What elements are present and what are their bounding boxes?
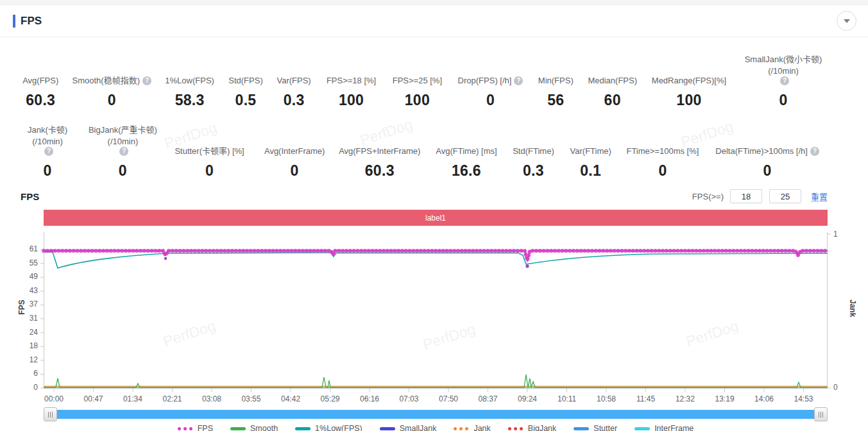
stat-label: Var(FTime) bbox=[570, 146, 611, 157]
stat-label: 1%Low(FPS) bbox=[165, 75, 214, 87]
legend-label: BigJank bbox=[528, 424, 556, 431]
stat-smalljank: SmallJank(微小卡顿) (/10min)?0 bbox=[737, 54, 830, 109]
chevron-down-icon bbox=[844, 19, 850, 23]
x-tick: 08:37 bbox=[478, 394, 497, 403]
grip-icon bbox=[821, 412, 821, 418]
chart-range-scrollbar[interactable] bbox=[44, 407, 828, 421]
y-tick: 61 bbox=[30, 244, 38, 253]
stat-label: Median(FPS) bbox=[588, 75, 637, 87]
legend-item-jank[interactable]: Jank bbox=[454, 424, 490, 431]
fps-threshold-label: FPS(>=) bbox=[692, 192, 724, 201]
stat-value: 0.3 bbox=[284, 92, 305, 109]
y-axis-title-right: Jank bbox=[848, 300, 857, 317]
y-tick: 37 bbox=[30, 300, 38, 308]
stat-smooth: Smooth(稳帧指数)?0 bbox=[69, 63, 154, 109]
stat-label: Min(FPS) bbox=[538, 75, 574, 87]
x-tick: 00:47 bbox=[83, 394, 103, 403]
x-tick: 14:53 bbox=[794, 394, 813, 403]
scrollbar-handle-right[interactable] bbox=[814, 407, 828, 421]
legend-item-fps[interactable]: FPS bbox=[178, 424, 213, 431]
stat-value: 100 bbox=[405, 92, 430, 109]
stat-avg-fps: Avg(FPS)?60.3 bbox=[12, 63, 69, 109]
legend-marker-icon bbox=[508, 427, 523, 430]
legend-item-stutter[interactable]: Stutter bbox=[574, 424, 617, 431]
legend-item-bigjank[interactable]: BigJank bbox=[508, 424, 556, 431]
stat-std-fps: Std(FPS)?0.5 bbox=[225, 63, 266, 109]
x-tick: 07:50 bbox=[439, 394, 458, 403]
help-icon[interactable]: ? bbox=[44, 147, 53, 156]
chart-legend: FPS Smooth 1%Low(FPS) SmallJank Jank Big… bbox=[44, 424, 828, 431]
x-tick: 10:11 bbox=[557, 394, 576, 403]
legend-label: Jank bbox=[473, 424, 490, 431]
legend-label: Smooth bbox=[250, 424, 278, 431]
fps-threshold-input-1[interactable] bbox=[730, 189, 762, 203]
stat-min-fps: Min(FPS)?56 bbox=[527, 63, 584, 109]
chart-toolbar: FPS FPS(>=) 重置 bbox=[0, 187, 868, 205]
legend-item-smalljank[interactable]: SmallJank bbox=[380, 424, 437, 431]
stat-value: 56 bbox=[547, 92, 564, 109]
help-icon[interactable]: ? bbox=[514, 76, 523, 85]
stat-fps-ge-25: FPS>=25 [%]?100 bbox=[381, 63, 454, 109]
collapse-panel-button[interactable] bbox=[837, 11, 856, 31]
stat-std-ftime: Std(FTime)?0.3 bbox=[506, 133, 561, 180]
stat-label: MedRange(FPS)[%] bbox=[652, 75, 726, 87]
y-tick: 49 bbox=[30, 272, 38, 281]
stat-value: 0 bbox=[291, 162, 299, 180]
stat-value: 0 bbox=[486, 92, 495, 109]
stat-label: Avg(InterFrame) bbox=[264, 146, 325, 157]
stat-value: 60 bbox=[604, 92, 621, 109]
stat-ftime-ge-100ms: FTime>=100ms [%]?0 bbox=[620, 133, 706, 180]
legend-label: SmallJank bbox=[400, 424, 437, 431]
legend-item-smooth[interactable]: Smooth bbox=[230, 424, 278, 431]
y-tick: 18 bbox=[30, 341, 38, 350]
stat-value: 0 bbox=[763, 162, 772, 180]
x-tick: 09:24 bbox=[518, 394, 537, 403]
accent-bar bbox=[13, 15, 15, 28]
stat-value: 0 bbox=[108, 92, 116, 109]
scrollbar-handle-left[interactable] bbox=[44, 407, 57, 421]
legend-marker-icon bbox=[178, 427, 193, 430]
stat-value: 60.3 bbox=[365, 162, 395, 180]
x-tick: 11:45 bbox=[636, 394, 655, 403]
stat-drop-fps: Drop(FPS) [/h]?0 bbox=[454, 63, 527, 109]
fps-threshold-input-2[interactable] bbox=[769, 189, 801, 203]
legend-item-interframe[interactable]: InterFrame bbox=[634, 424, 694, 431]
y-tick: 6 bbox=[33, 369, 38, 378]
stat-bigjank: BigJank(严重卡顿) (/10min)?0 bbox=[83, 124, 162, 180]
stat-value: 100 bbox=[676, 92, 701, 109]
label-banner: label1 bbox=[44, 210, 828, 226]
stat-value: 0 bbox=[205, 162, 214, 180]
y-axis-title-left: FPS bbox=[17, 300, 26, 315]
stat-label: Drop(FPS) [/h] bbox=[458, 75, 512, 87]
stat-delta-ftime: Delta(FTime)>100ms [/h]?0 bbox=[705, 133, 830, 180]
x-tick: 13:19 bbox=[715, 394, 735, 403]
help-icon[interactable]: ? bbox=[119, 147, 128, 156]
legend-item-1pct-low[interactable]: 1%Low(FPS) bbox=[295, 424, 362, 431]
stat-medrange-fps: MedRange(FPS)[%]?100 bbox=[641, 63, 737, 109]
panel-header: FPS bbox=[0, 5, 868, 37]
stat-label: Var(FPS) bbox=[277, 75, 311, 87]
x-tick: 10:58 bbox=[597, 394, 616, 403]
stat-label: FPS>=18 [%] bbox=[327, 75, 376, 87]
legend-marker-icon bbox=[574, 427, 589, 430]
legend-marker-icon bbox=[634, 427, 650, 430]
stat-stutter: Stutter(卡顿率) [%]?0 bbox=[162, 133, 257, 180]
stat-value: 0.3 bbox=[523, 162, 544, 180]
scrollbar-track[interactable] bbox=[51, 410, 821, 419]
stat-label: BigJank(严重卡顿) (/10min) bbox=[83, 124, 162, 147]
x-tick: 03:55 bbox=[241, 394, 260, 403]
stat-label: SmallJank(微小卡顿) (/10min) bbox=[737, 54, 830, 76]
help-icon[interactable]: ? bbox=[810, 147, 819, 156]
stats-row-1: Avg(FPS)?60.3 Smooth(稳帧指数)?0 1%Low(FPS)?… bbox=[12, 54, 830, 109]
help-icon[interactable]: ? bbox=[142, 76, 151, 85]
legend-label: 1%Low(FPS) bbox=[315, 424, 362, 431]
fps-chart[interactable]: FPS Jank PerfDog PerfDog PerfDog 61 55 4… bbox=[44, 232, 828, 393]
legend-marker-icon bbox=[454, 427, 469, 430]
stat-label: FPS>=25 [%] bbox=[393, 75, 442, 87]
reset-link[interactable]: 重置 bbox=[811, 190, 828, 203]
stat-label: Std(FTime) bbox=[513, 146, 554, 157]
stat-value: 0 bbox=[658, 162, 667, 180]
y-tick: 24 bbox=[30, 328, 38, 337]
stat-label: Jank(卡顿) (/10min) bbox=[12, 124, 83, 147]
help-icon[interactable]: ? bbox=[780, 76, 789, 85]
